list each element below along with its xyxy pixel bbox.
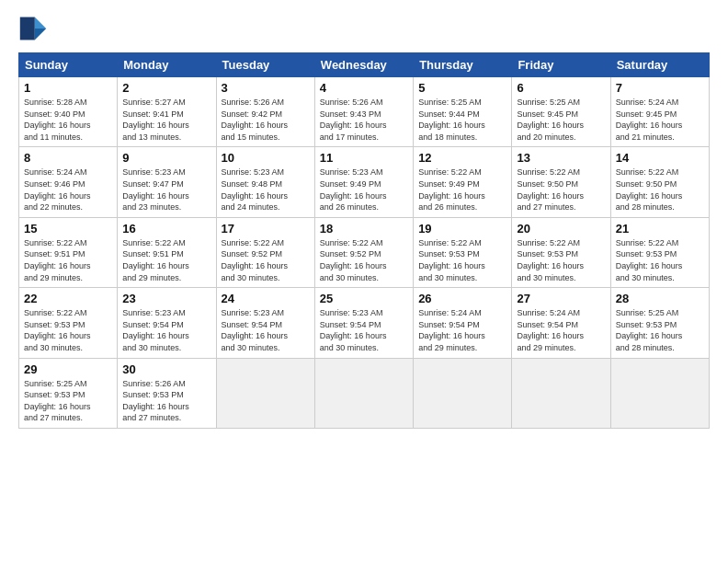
day-info: Sunrise: 5:24 AM Sunset: 9:54 PM Dayligh… [517, 307, 605, 353]
day-info: Sunrise: 5:22 AM Sunset: 9:53 PM Dayligh… [616, 237, 704, 283]
empty-cell [216, 358, 314, 428]
page: SundayMondayTuesdayWednesdayThursdayFrid… [0, 0, 728, 563]
day-info: Sunrise: 5:22 AM Sunset: 9:51 PM Dayligh… [122, 237, 210, 283]
day-cell-5: 5Sunrise: 5:25 AM Sunset: 9:44 PM Daylig… [414, 77, 512, 147]
day-cell-14: 14Sunrise: 5:22 AM Sunset: 9:50 PM Dayli… [610, 147, 709, 217]
day-cell-22: 22Sunrise: 5:22 AM Sunset: 9:53 PM Dayli… [19, 288, 118, 358]
day-number: 18 [320, 222, 408, 236]
day-number: 1 [24, 81, 112, 95]
day-info: Sunrise: 5:23 AM Sunset: 9:47 PM Dayligh… [122, 167, 210, 213]
day-number: 17 [222, 222, 310, 236]
day-cell-30: 30Sunrise: 5:26 AM Sunset: 9:53 PM Dayli… [118, 358, 216, 428]
day-info: Sunrise: 5:22 AM Sunset: 9:52 PM Dayligh… [222, 237, 310, 283]
day-header-sunday: Sunday [19, 53, 118, 77]
header [18, 14, 710, 43]
day-info: Sunrise: 5:22 AM Sunset: 9:53 PM Dayligh… [517, 237, 605, 283]
day-cell-28: 28Sunrise: 5:25 AM Sunset: 9:53 PM Dayli… [610, 288, 709, 358]
day-number: 3 [222, 81, 310, 95]
day-cell-17: 17Sunrise: 5:22 AM Sunset: 9:52 PM Dayli… [216, 217, 314, 287]
day-number: 13 [517, 151, 605, 165]
svg-marker-0 [35, 17, 46, 29]
day-cell-19: 19Sunrise: 5:22 AM Sunset: 9:53 PM Dayli… [414, 217, 512, 287]
day-cell-7: 7Sunrise: 5:24 AM Sunset: 9:45 PM Daylig… [610, 77, 709, 147]
week-row-5: 29Sunrise: 5:25 AM Sunset: 9:53 PM Dayli… [19, 358, 710, 428]
day-info: Sunrise: 5:22 AM Sunset: 9:49 PM Dayligh… [418, 167, 506, 213]
svg-marker-1 [35, 29, 46, 40]
day-info: Sunrise: 5:23 AM Sunset: 9:48 PM Dayligh… [222, 167, 310, 213]
day-number: 28 [616, 292, 704, 305]
day-number: 21 [616, 222, 704, 236]
day-number: 8 [24, 151, 112, 165]
day-number: 20 [517, 222, 605, 236]
day-info: Sunrise: 5:22 AM Sunset: 9:52 PM Dayligh… [320, 237, 408, 283]
day-info: Sunrise: 5:25 AM Sunset: 9:45 PM Dayligh… [517, 97, 605, 143]
day-cell-24: 24Sunrise: 5:23 AM Sunset: 9:54 PM Dayli… [216, 288, 314, 358]
day-info: Sunrise: 5:22 AM Sunset: 9:53 PM Dayligh… [24, 307, 112, 353]
day-header-thursday: Thursday [414, 53, 512, 77]
empty-cell [414, 358, 512, 428]
day-info: Sunrise: 5:27 AM Sunset: 9:41 PM Dayligh… [122, 97, 210, 143]
day-info: Sunrise: 5:28 AM Sunset: 9:40 PM Dayligh… [24, 97, 112, 143]
day-header-tuesday: Tuesday [216, 53, 314, 77]
week-row-3: 15Sunrise: 5:22 AM Sunset: 9:51 PM Dayli… [19, 217, 710, 287]
day-info: Sunrise: 5:24 AM Sunset: 9:54 PM Dayligh… [418, 307, 506, 353]
day-cell-3: 3Sunrise: 5:26 AM Sunset: 9:42 PM Daylig… [216, 77, 314, 147]
day-info: Sunrise: 5:22 AM Sunset: 9:50 PM Dayligh… [616, 167, 704, 213]
day-cell-29: 29Sunrise: 5:25 AM Sunset: 9:53 PM Dayli… [19, 358, 118, 428]
day-number: 15 [24, 222, 112, 236]
day-cell-1: 1Sunrise: 5:28 AM Sunset: 9:40 PM Daylig… [19, 77, 118, 147]
week-row-1: 1Sunrise: 5:28 AM Sunset: 9:40 PM Daylig… [19, 77, 710, 147]
day-number: 14 [616, 151, 704, 165]
day-number: 7 [616, 81, 704, 95]
calendar-table: SundayMondayTuesdayWednesdayThursdayFrid… [18, 52, 710, 429]
day-info: Sunrise: 5:26 AM Sunset: 9:53 PM Dayligh… [122, 378, 210, 424]
day-info: Sunrise: 5:26 AM Sunset: 9:43 PM Dayligh… [320, 97, 408, 143]
day-number: 4 [320, 81, 408, 95]
day-header-wednesday: Wednesday [314, 53, 413, 77]
logo-icon [18, 14, 48, 43]
day-info: Sunrise: 5:25 AM Sunset: 9:53 PM Dayligh… [616, 307, 704, 353]
day-info: Sunrise: 5:26 AM Sunset: 9:42 PM Dayligh… [222, 97, 310, 143]
day-cell-23: 23Sunrise: 5:23 AM Sunset: 9:54 PM Dayli… [118, 288, 216, 358]
day-info: Sunrise: 5:25 AM Sunset: 9:44 PM Dayligh… [418, 97, 506, 143]
day-info: Sunrise: 5:24 AM Sunset: 9:45 PM Dayligh… [616, 97, 704, 143]
day-cell-20: 20Sunrise: 5:22 AM Sunset: 9:53 PM Dayli… [512, 217, 610, 287]
day-cell-21: 21Sunrise: 5:22 AM Sunset: 9:53 PM Dayli… [610, 217, 709, 287]
day-cell-15: 15Sunrise: 5:22 AM Sunset: 9:51 PM Dayli… [19, 217, 118, 287]
day-info: Sunrise: 5:23 AM Sunset: 9:54 PM Dayligh… [222, 307, 310, 353]
day-cell-27: 27Sunrise: 5:24 AM Sunset: 9:54 PM Dayli… [512, 288, 610, 358]
day-header-monday: Monday [118, 53, 216, 77]
day-info: Sunrise: 5:22 AM Sunset: 9:50 PM Dayligh… [517, 167, 605, 213]
logo [18, 14, 51, 43]
day-header-friday: Friday [512, 53, 610, 77]
day-number: 2 [122, 81, 210, 95]
day-cell-6: 6Sunrise: 5:25 AM Sunset: 9:45 PM Daylig… [512, 77, 610, 147]
day-number: 12 [418, 151, 506, 165]
day-info: Sunrise: 5:22 AM Sunset: 9:51 PM Dayligh… [24, 237, 112, 283]
day-number: 26 [418, 292, 506, 305]
day-number: 9 [122, 151, 210, 165]
day-cell-18: 18Sunrise: 5:22 AM Sunset: 9:52 PM Dayli… [314, 217, 413, 287]
empty-cell [610, 358, 709, 428]
day-cell-4: 4Sunrise: 5:26 AM Sunset: 9:43 PM Daylig… [314, 77, 413, 147]
day-number: 11 [320, 151, 408, 165]
day-cell-2: 2Sunrise: 5:27 AM Sunset: 9:41 PM Daylig… [118, 77, 216, 147]
week-row-4: 22Sunrise: 5:22 AM Sunset: 9:53 PM Dayli… [19, 288, 710, 358]
day-info: Sunrise: 5:23 AM Sunset: 9:54 PM Dayligh… [122, 307, 210, 353]
day-cell-16: 16Sunrise: 5:22 AM Sunset: 9:51 PM Dayli… [118, 217, 216, 287]
day-info: Sunrise: 5:23 AM Sunset: 9:54 PM Dayligh… [320, 307, 408, 353]
day-cell-12: 12Sunrise: 5:22 AM Sunset: 9:49 PM Dayli… [414, 147, 512, 217]
svg-rect-2 [20, 17, 35, 40]
day-cell-26: 26Sunrise: 5:24 AM Sunset: 9:54 PM Dayli… [414, 288, 512, 358]
day-number: 30 [122, 362, 210, 376]
day-number: 6 [517, 81, 605, 95]
empty-cell [512, 358, 610, 428]
week-row-2: 8Sunrise: 5:24 AM Sunset: 9:46 PM Daylig… [19, 147, 710, 217]
day-info: Sunrise: 5:23 AM Sunset: 9:49 PM Dayligh… [320, 167, 408, 213]
day-number: 10 [222, 151, 310, 165]
day-info: Sunrise: 5:22 AM Sunset: 9:53 PM Dayligh… [418, 237, 506, 283]
day-header-saturday: Saturday [610, 53, 709, 77]
header-row: SundayMondayTuesdayWednesdayThursdayFrid… [19, 53, 710, 77]
day-cell-11: 11Sunrise: 5:23 AM Sunset: 9:49 PM Dayli… [314, 147, 413, 217]
day-info: Sunrise: 5:25 AM Sunset: 9:53 PM Dayligh… [24, 378, 112, 424]
